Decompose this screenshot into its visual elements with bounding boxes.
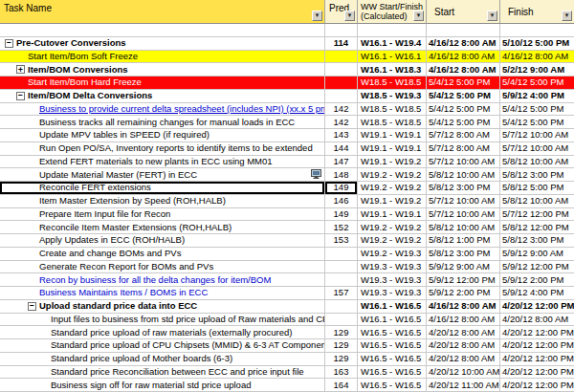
task-name-cell[interactable]: Start Item/Bom Hard Freeze xyxy=(0,76,325,90)
task-row[interactable]: Create and change BOMs and PVsW19.2 - W1… xyxy=(0,248,574,261)
finish-cell[interactable]: 5/9/12 2:00 PM xyxy=(500,273,574,287)
ww-cell[interactable]: W19.2 - W19.2 xyxy=(358,234,427,248)
task-name-cell[interactable]: Business to provide current delta spread… xyxy=(0,103,325,117)
start-cell[interactable]: 5/4/12 5:00 PM xyxy=(427,76,500,90)
start-cell[interactable]: 4/16/12 8:00 AM xyxy=(427,37,500,51)
ww-cell[interactable]: W19.1 - W19.1 xyxy=(358,208,427,222)
finish-cell[interactable]: 4/20/12 12:00 PM xyxy=(500,353,574,366)
ww-cell[interactable]: W19.3 - W19.3 xyxy=(358,273,427,287)
pred-cell[interactable]: 147 xyxy=(325,156,358,169)
ww-cell[interactable]: W16.5 - W16.5 xyxy=(358,353,427,366)
finish-cell[interactable]: 4/20/12 12:00 PM xyxy=(500,339,574,353)
start-cell[interactable]: 4/16/12 8:00 AM xyxy=(427,63,500,76)
ww-cell[interactable]: W19.3 - W19.3 xyxy=(358,287,427,300)
finish-cell[interactable]: 5/2/12 9:00 AM xyxy=(500,63,574,76)
finish-cell[interactable] xyxy=(500,24,574,37)
pred-cell[interactable]: 163 xyxy=(325,366,358,380)
task-name-cell[interactable]: Prepare Item Input file for Recon xyxy=(0,208,325,222)
task-row[interactable]: Run Open PO/SA, Inventory reports to ide… xyxy=(0,142,574,156)
start-cell[interactable]: 5/4/12 5:00 PM xyxy=(427,116,500,129)
task-name-cell[interactable]: Business Maintains Items / BOMS in ECC xyxy=(0,287,325,300)
task-name-cell[interactable]: Standard price upload of raw materials (… xyxy=(0,326,325,339)
pred-cell[interactable]: 142 xyxy=(325,103,358,117)
task-row[interactable]: Reconcile Item Master Extensions (ROH,HA… xyxy=(0,221,574,234)
ww-cell[interactable]: W19.1 - W19.2 xyxy=(358,156,427,169)
task-row[interactable]: Reconcile FERT extensions149W19.2 - W19.… xyxy=(0,182,574,195)
finish-cell[interactable]: 5/9/12 9:00 AM xyxy=(500,248,574,261)
finish-cell[interactable]: 4/20/12 12:00 PM xyxy=(500,379,574,392)
task-name-cell[interactable]: Apply Updates in ECC (ROH/HALB) xyxy=(0,234,325,248)
pred-cell[interactable] xyxy=(325,51,358,64)
task-row[interactable]: Update MPV tables in SPEED (if required)… xyxy=(0,129,574,142)
task-name-cell[interactable]: Start Item/Bom Soft Freeze xyxy=(0,51,325,64)
pred-cell[interactable]: 146 xyxy=(325,195,358,208)
start-cell[interactable]: 5/9/12 12:00 PM xyxy=(427,273,500,287)
pred-cell[interactable]: 114 xyxy=(325,37,358,51)
finish-cell[interactable]: 4/16/12 8:00 AM xyxy=(500,51,574,64)
ww-cell[interactable]: W16.1 - W16.5 xyxy=(358,300,427,314)
finish-cell[interactable]: 4/20/12 12:00 PM xyxy=(500,300,574,314)
start-cell[interactable]: 5/8/12 3:00 PM xyxy=(427,248,500,261)
collapse-icon[interactable]: − xyxy=(28,302,36,311)
column-header-finish[interactable]: Finish ▼ xyxy=(500,0,574,24)
task-name-cell[interactable]: Input files to business from std price u… xyxy=(0,314,325,327)
start-cell[interactable]: 4/20/12 10:00 AM xyxy=(427,366,500,380)
start-cell[interactable]: 5/8/12 1:00 PM xyxy=(427,234,500,248)
start-cell[interactable]: 5/7/12 8:00 AM xyxy=(427,129,500,142)
task-row[interactable]: Business sign off for raw material std p… xyxy=(0,379,574,392)
pred-cell[interactable] xyxy=(325,261,358,274)
task-row[interactable]: Recon by business for all the delta chan… xyxy=(0,273,574,287)
task-row[interactable]: −Item/BOM Delta ConversionsW18.5 - W19.3… xyxy=(0,90,574,103)
task-row[interactable]: Standard price upload of Mother boards (… xyxy=(0,353,574,366)
collapse-icon[interactable]: − xyxy=(5,39,13,48)
finish-cell[interactable]: 5/4/12 5:00 PM xyxy=(500,116,574,129)
start-cell[interactable]: 4/20/12 8:00 AM xyxy=(427,326,500,339)
column-header-start[interactable]: Start ▼ xyxy=(427,0,500,24)
pred-cell[interactable]: 153 xyxy=(325,234,358,248)
task-name-cell[interactable]: Run Open PO/SA, Inventory reports to ide… xyxy=(0,142,325,156)
ww-cell[interactable]: W19.1 - W19.1 xyxy=(358,129,427,142)
finish-cell[interactable]: 4/20/12 8:00 AM xyxy=(500,314,574,327)
pred-cell[interactable] xyxy=(325,24,358,37)
pred-cell[interactable]: 148 xyxy=(325,168,358,182)
task-row[interactable]: Business to provide current delta spread… xyxy=(0,103,574,117)
pred-cell[interactable]: 129 xyxy=(325,326,358,339)
task-row[interactable]: Update Material Master (FERT) in ECC148W… xyxy=(0,168,574,182)
finish-cell[interactable]: 5/7/12 10:00 AM xyxy=(500,129,574,142)
task-row[interactable]: Business Maintains Items / BOMS in ECC15… xyxy=(0,287,574,300)
task-name-cell[interactable]: Item Master Extension by Speed (ROH,HALB… xyxy=(0,195,325,208)
finish-cell[interactable]: 4/20/12 12:00 PM xyxy=(500,366,574,380)
task-name-cell[interactable]: Business sign off for raw material std p… xyxy=(0,379,325,392)
filter-dropdown-icon[interactable]: ▼ xyxy=(413,11,424,21)
ww-cell[interactable]: W19.2 - W19.2 xyxy=(358,182,427,195)
pred-cell[interactable]: 143 xyxy=(325,129,358,142)
ww-cell[interactable]: W19.2 - W19.2 xyxy=(358,221,427,234)
finish-cell[interactable]: 5/7/12 12:00 PM xyxy=(500,208,574,222)
task-row[interactable]: Item Master Extension by Speed (ROH,HALB… xyxy=(0,195,574,208)
filter-dropdown-icon[interactable]: ▼ xyxy=(487,11,497,21)
task-row[interactable]: Standard price upload of raw materials (… xyxy=(0,326,574,339)
ww-cell[interactable]: W19.2 - W19.2 xyxy=(358,168,427,182)
start-cell[interactable]: 4/16/12 8:00 AM xyxy=(427,314,500,327)
ww-cell[interactable]: W19.2 - W19.3 xyxy=(358,248,427,261)
ww-cell[interactable]: W18.5 - W18.5 xyxy=(358,103,427,117)
task-name-cell[interactable]: Create and change BOMs and PVs xyxy=(0,248,325,261)
task-row[interactable]: Standard price Reconciliation between EC… xyxy=(0,366,574,380)
finish-cell[interactable]: 4/20/12 12:00 PM xyxy=(500,326,574,339)
task-name-cell[interactable]: Generate Recon Report for BOMs and PVs xyxy=(0,261,325,274)
task-name-cell[interactable]: Reconcile Item Master Extensions (ROH,HA… xyxy=(0,221,325,234)
start-cell[interactable]: 4/20/12 8:00 AM xyxy=(427,353,500,366)
finish-cell[interactable]: 5/8/12 10:00 AM xyxy=(500,156,574,169)
start-cell[interactable]: 4/20/12 11:00 AM xyxy=(427,379,500,392)
pred-cell[interactable]: 129 xyxy=(325,339,358,353)
ww-cell[interactable]: W19.1 - W19.2 xyxy=(358,195,427,208)
column-header-ww-start-finish[interactable]: WW Start/Finish (Calculated) ▼ xyxy=(358,0,427,24)
ww-cell[interactable]: W19.3 - W19.3 xyxy=(358,261,427,274)
task-name-cell[interactable]: Extend FERT materials to new plants in E… xyxy=(0,156,325,169)
task-row[interactable] xyxy=(0,24,574,37)
task-name-cell[interactable]: Business tracks all remaining changes fo… xyxy=(0,116,325,129)
pred-cell[interactable] xyxy=(325,76,358,90)
finish-cell[interactable]: 5/8/12 3:00 PM xyxy=(500,234,574,248)
filter-dropdown-icon[interactable]: ▼ xyxy=(312,11,322,21)
start-cell[interactable]: 5/8/12 10:00 AM xyxy=(427,168,500,182)
